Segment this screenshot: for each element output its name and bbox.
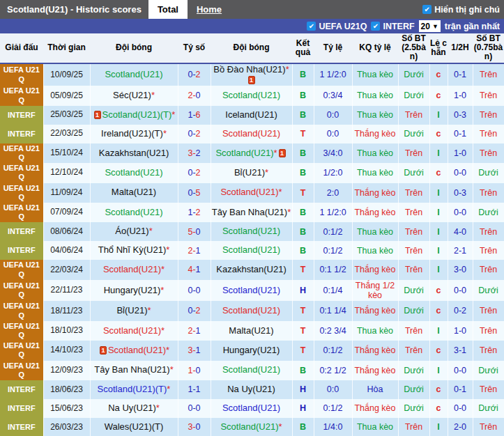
match-row: UEFA U21Q05/09/25Séc(U21)*2-0Scotland(U2…	[0, 86, 504, 105]
home-team-cell: Ireland(U21)(T)*	[90, 125, 178, 143]
away-score: 5	[196, 188, 201, 198]
favorite-star-marker: *	[166, 244, 169, 255]
match-count-value: 20	[421, 22, 430, 31]
away-team-name: Scotland(U21)	[222, 128, 280, 139]
score-cell: 3-1	[178, 341, 211, 360]
odd-even-cell: c	[429, 280, 448, 302]
match-row: UEFA U21Q12/09/23Tây Ban Nha(U21)*1-0Sco…	[0, 361, 504, 380]
result-cell: H	[292, 380, 314, 399]
score-cell: 0-2	[178, 301, 211, 320]
away-team: Bồ Đào Nha(U21)*	[213, 64, 289, 75]
header-odds-result: KQ tỷ lệ	[352, 33, 398, 63]
odds-result-cell: Thua kèo	[352, 222, 398, 241]
odd-even-cell: l	[429, 222, 448, 241]
filter-uefa: ✔ UEFA U21Q	[307, 22, 367, 31]
away-team-name: Bỉ(U21)	[234, 167, 265, 178]
league-cell: INTERF	[0, 222, 43, 241]
score-cell: 4-1	[178, 260, 211, 279]
odds-result-cell: Thắng kèo	[352, 361, 398, 380]
date-cell: 22/03/24	[43, 260, 90, 279]
tab-home[interactable]: Home	[188, 1, 231, 18]
over-under-25-cell: Trên	[398, 321, 429, 341]
red-card-icon: 1	[94, 111, 101, 119]
over-under-075-cell: Trên	[473, 301, 504, 320]
away-team-cell: Hungary(U21)	[211, 341, 292, 360]
league-cell: UEFA U21Q	[0, 260, 43, 279]
league-cell: INTERF	[0, 241, 43, 260]
away-score: 0	[196, 227, 201, 237]
halftime-score-cell: 1-0	[448, 321, 473, 341]
home-team-name: Scotland(U21)(T)	[102, 109, 172, 120]
result-cell: H	[292, 280, 314, 302]
away-team-name: Malta(U21)	[229, 325, 273, 336]
home-team-cell: Malta(U21)	[90, 183, 178, 203]
match-count-select[interactable]: 20 ▼	[419, 20, 441, 32]
date-cell: 14/10/23	[43, 341, 90, 360]
halftime-score-cell: 0-0	[448, 280, 473, 302]
match-row: UEFA U21Q10/09/25Scotland(U21)0-2Bồ Đào …	[0, 63, 504, 86]
odd-even-cell: l	[429, 143, 448, 163]
home-team: Tây Ban Nha(U21)*	[94, 364, 173, 375]
result-cell: B	[292, 222, 314, 241]
score-cell: 0-2	[178, 163, 211, 182]
home-team-name: Kazakhstan(U21)	[99, 148, 169, 158]
result-cell: T	[292, 183, 314, 203]
home-team-name: Séc(U21)	[113, 90, 151, 100]
odds-cell: 0:1/4	[314, 280, 352, 302]
score-cell: 3-0	[178, 418, 211, 436]
home-team-cell: Áo(U21)*	[90, 222, 178, 241]
over-under-075-cell: Trên	[473, 241, 504, 260]
titlebar: Scotland(U21) - Historic scores Total Ho…	[0, 0, 504, 19]
league-cell: INTERF	[0, 399, 43, 418]
odds-cell: 0:3/4	[314, 86, 352, 105]
over-under-075-cell: Dưới	[473, 280, 504, 302]
date-cell: 26/03/23	[43, 418, 90, 436]
home-team: Scotland(U21)(T)*	[102, 109, 176, 120]
over-under-25-cell: Trên	[398, 241, 429, 260]
odd-even-cell: l	[429, 106, 448, 125]
matches-table: Giải đấu Thời gian Đội bóng Tỷ số Đội bó…	[0, 33, 504, 436]
show-notes-checkbox-icon[interactable]: ✔	[422, 5, 432, 14]
league-cell: UEFA U21Q	[0, 86, 43, 105]
odds-cell: 0:2 1/2	[314, 361, 352, 380]
score-cell: 1-6	[178, 106, 211, 125]
home-team-name: Wales(U21)(T)	[105, 421, 164, 432]
away-team: Scotland(U21)	[222, 305, 280, 316]
league-cell: UEFA U21Q	[0, 361, 43, 380]
tab-total[interactable]: Total	[148, 0, 188, 19]
odds-cell: 0:1/2	[314, 241, 352, 260]
interf-checkbox-icon[interactable]: ✔	[371, 22, 380, 31]
score-cell: 2-1	[178, 321, 211, 341]
away-team-name: Scotland(U21)	[222, 285, 280, 295]
score-cell: 0-0	[178, 399, 211, 418]
halftime-score-cell: 1-0	[448, 86, 473, 105]
away-team-cell: Malta(U21)	[211, 321, 292, 341]
home-team-name: Malta(U21)	[112, 187, 156, 197]
halftime-score-cell: 0-2	[448, 301, 473, 320]
favorite-star-marker: *	[279, 187, 282, 197]
date-cell: 11/09/24	[43, 183, 90, 203]
away-score: 1	[196, 265, 201, 274]
uefa-checkbox-icon[interactable]: ✔	[307, 22, 316, 31]
odds-result-cell: Thắng 1/2 kèo	[352, 280, 398, 302]
away-team: Scotland(U21)*	[220, 421, 282, 432]
home-team-cell: 1Scotland(U21)*	[90, 341, 178, 360]
favorite-star-marker: *	[161, 325, 165, 336]
odds-result-cell: Thua kèo	[352, 163, 398, 182]
away-team-cell: Scotland(U21)	[211, 125, 292, 143]
date-cell: 18/10/23	[43, 321, 90, 341]
favorite-star-marker: *	[166, 345, 169, 355]
favorite-star-marker: *	[170, 364, 174, 375]
match-row: INTERF18/06/23Scotland(U21)(T)*1-1Na Uy(…	[0, 380, 504, 399]
over-under-25-cell: Dưới	[398, 301, 429, 320]
show-notes-control: ✔ Hiển thị ghi chú	[422, 5, 504, 15]
league-cell: INTERF	[0, 125, 43, 143]
over-under-25-cell: Dưới	[398, 380, 429, 399]
home-team-name: Scotland(U21)(T)	[98, 384, 167, 394]
over-under-075-cell: Trên	[473, 86, 504, 105]
favorite-star-marker: *	[148, 305, 151, 316]
odds-cell: 1/4:0	[314, 418, 352, 436]
result-cell: B	[292, 203, 314, 222]
home-team-name: Scotland(U21)	[103, 264, 161, 274]
score-cell: 0-5	[178, 183, 211, 203]
